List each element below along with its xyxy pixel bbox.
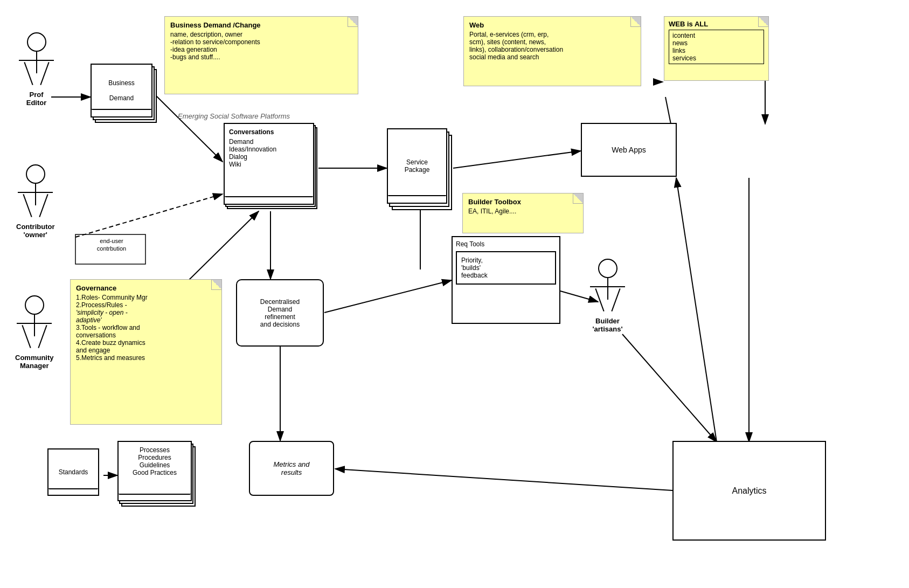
prof-editor-leg-right xyxy=(40,62,49,85)
standards-doc: Standards xyxy=(47,448,102,500)
priority-line1: Priority, xyxy=(461,257,551,264)
metrics-line2: results xyxy=(281,468,302,476)
web-note-title: Web xyxy=(469,21,635,29)
business-demand-line1: name, description, owner xyxy=(170,31,352,38)
gov-line6: conversations xyxy=(76,331,216,339)
gov-line2: 2.Process/Rules - xyxy=(76,301,216,309)
prof-editor-label-line2: Editor xyxy=(26,99,47,107)
dec-line4: and decisions xyxy=(260,321,300,328)
prof-editor-head xyxy=(27,32,46,52)
conversations-title: Conversations xyxy=(229,128,309,136)
decentralised-content: Decentralised Demand refinement and deci… xyxy=(260,298,300,328)
gov-line9: 5.Metrics and measures xyxy=(76,354,216,362)
gov-line7: 4.Create buzz dynamics xyxy=(76,339,216,347)
analytics-box: Analytics xyxy=(672,441,826,541)
conv-line4: Wiki xyxy=(229,161,309,168)
priority-line2: 'builds' xyxy=(461,264,551,272)
processes-line1: Processes xyxy=(123,446,186,454)
metrics-content: Metrics and results xyxy=(273,460,309,476)
conv-line3: Dialog xyxy=(229,153,309,161)
contributor-label: Contributor 'owner' xyxy=(16,223,54,239)
business-demand-doc-label2: Demand xyxy=(109,94,134,102)
service-package-label: ServicePackage xyxy=(405,158,430,174)
prof-editor-label: Prof Editor xyxy=(26,91,47,107)
builder-toolbox-note: Builder Toolbox EA, ITIL, Agile.... xyxy=(462,193,584,233)
metrics-line1: Metrics and xyxy=(273,460,309,468)
gov-line3: 'simplicity - open - xyxy=(76,309,216,316)
business-demand-line3: -idea generation xyxy=(170,46,352,53)
priority-inner-box: Priority, 'builds' feedback xyxy=(456,251,556,285)
web-is-all-inner: icontent news links services xyxy=(669,30,764,64)
business-demand-line2: -relation to service/components xyxy=(170,38,352,46)
community-label-line1: Community xyxy=(15,354,54,362)
svg-line-3 xyxy=(75,194,223,237)
req-tools-box: Req Tools Priority, 'builds' feedback xyxy=(452,236,560,324)
service-package-doc: ServicePackage xyxy=(387,128,454,212)
analytics-label: Analytics xyxy=(732,486,766,496)
processes-docs: Processes Procedures Guidelines Good Pra… xyxy=(117,441,198,508)
web-is-all-line2: news xyxy=(672,39,760,47)
builder-leg-left xyxy=(595,288,604,312)
builder-label-line1: Builder xyxy=(595,317,620,325)
web-apps-label: Web Apps xyxy=(612,146,646,154)
community-leg-right xyxy=(38,325,47,348)
contributor-leg-right xyxy=(39,194,48,217)
prof-editor-label-line1: Prof xyxy=(30,91,44,99)
end-user-line2: contrbution xyxy=(97,245,126,252)
dec-line2: Demand xyxy=(268,306,292,313)
gov-line1: 1.Roles- Community Mgr xyxy=(76,294,216,301)
web-is-all-line1: icontent xyxy=(672,32,760,39)
end-user-contribution-label: end-user contrbution xyxy=(77,237,146,253)
processes-line4: Good Practices xyxy=(123,469,186,476)
actor-community-manager: Community Manager xyxy=(15,295,54,381)
business-demand-note: Business Demand /Change name, descriptio… xyxy=(164,16,358,94)
web-line4: social media and search xyxy=(469,53,635,61)
builder-arms xyxy=(590,286,625,287)
business-demand-note-title: Business Demand /Change xyxy=(170,21,352,29)
conv-line1: Demand xyxy=(229,138,309,146)
builder-head xyxy=(598,259,617,278)
web-is-all-note: WEB is ALL icontent news links services xyxy=(664,16,769,81)
web-is-all-title: WEB is ALL xyxy=(669,20,764,28)
contributor-head xyxy=(26,164,45,184)
gov-line4: adaptive' xyxy=(76,316,216,324)
svg-line-15 xyxy=(676,178,717,442)
community-arms xyxy=(17,323,52,324)
governance-note: Governance 1.Roles- Community Mgr 2.Proc… xyxy=(70,279,222,425)
decentralised-box: Decentralised Demand refinement and deci… xyxy=(236,279,324,347)
svg-line-16 xyxy=(335,469,672,490)
prof-editor-arms xyxy=(19,60,54,61)
actor-contributor: Contributor 'owner' xyxy=(16,164,54,250)
diagram-container: Prof Editor Contributor 'owner' Communit… xyxy=(0,0,909,588)
standards-label: Standards xyxy=(59,468,88,476)
community-head xyxy=(25,295,44,315)
gov-line8: and engage xyxy=(76,347,216,354)
priority-line3: feedback xyxy=(461,272,551,279)
contributor-label-line2: 'owner' xyxy=(24,231,47,239)
req-tools-label: Req Tools xyxy=(456,240,556,248)
community-leg-left xyxy=(22,325,31,348)
web-line3: links), collaboration/conversation xyxy=(469,46,635,53)
prof-editor-leg-left xyxy=(24,62,33,85)
svg-line-8 xyxy=(324,280,452,313)
web-is-all-line3: links xyxy=(672,47,760,54)
builder-leg-right xyxy=(611,288,620,312)
actor-builder: Builder 'artisans' xyxy=(590,259,625,344)
dec-line1: Decentralised xyxy=(260,298,300,306)
emerging-social-label: Emerging Social Software Platforms xyxy=(178,112,290,120)
contributor-leg-left xyxy=(23,194,32,217)
builder-label: Builder 'artisans' xyxy=(592,317,622,333)
processes-line2: Procedures xyxy=(123,454,186,461)
conv-line2: Ideas/Innovation xyxy=(229,146,309,153)
processes-line3: Guidelines xyxy=(123,461,186,469)
business-demand-line4: -bugs and stuff.... xyxy=(170,53,352,61)
conversations-doc: Conversations Demand Ideas/Innovation Di… xyxy=(224,123,320,212)
community-label: Community Manager xyxy=(15,354,54,370)
dec-line3: refinement xyxy=(265,313,295,321)
gov-line5: 3.Tools - workflow and xyxy=(76,324,216,331)
web-is-all-line4: services xyxy=(672,54,760,62)
svg-line-17 xyxy=(622,334,717,442)
web-line1: Portal, e-services (crm, erp, xyxy=(469,31,635,38)
builder-toolbox-title: Builder Toolbox xyxy=(468,198,578,206)
governance-title: Governance xyxy=(76,284,216,292)
